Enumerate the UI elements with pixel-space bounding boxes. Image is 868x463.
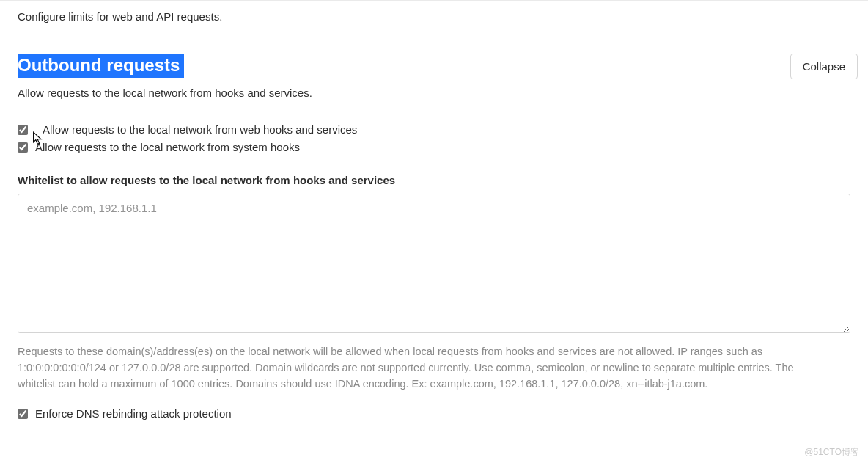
whitelist-label: Whitelist to allow requests to the local… — [18, 174, 850, 186]
checkbox-label-allow-web-hooks: Allow requests to the local network from… — [43, 121, 357, 139]
checkbox-allow-web-hooks[interactable] — [18, 125, 28, 135]
checkbox-row-allow-web-hooks: Allow requests to the local network from… — [18, 121, 850, 139]
section-title-outbound-requests: Outbound requests — [18, 54, 184, 78]
checkbox-row-enforce-dns: Enforce DNS rebinding attack protection — [18, 405, 850, 423]
checkbox-row-allow-system-hooks: Allow requests to the local network from… — [18, 139, 850, 156]
settings-page: Configure limits for web and API request… — [0, 0, 868, 423]
checkbox-label-enforce-dns: Enforce DNS rebinding attack protection — [35, 405, 232, 423]
section-subtitle: Allow requests to the local network from… — [18, 87, 850, 99]
whitelist-textarea[interactable] — [18, 194, 850, 333]
checkbox-enforce-dns[interactable] — [18, 409, 28, 419]
checkbox-allow-system-hooks[interactable] — [18, 142, 28, 153]
checkbox-label-allow-system-hooks: Allow requests to the local network from… — [35, 139, 300, 156]
whitelist-help-text: Requests to these domain(s)/address(es) … — [18, 344, 831, 392]
watermark-text: @51CTO博客 — [804, 446, 859, 459]
prev-section-description: Configure limits for web and API request… — [18, 9, 850, 24]
section-header-row: Outbound requests Collapse — [18, 54, 850, 79]
collapse-button[interactable]: Collapse — [790, 54, 858, 79]
